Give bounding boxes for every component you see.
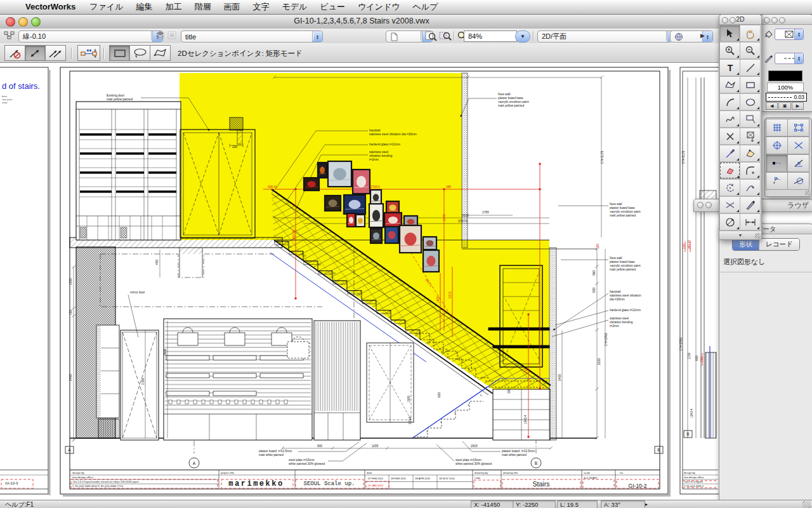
line-style-dropdown[interactable]: 線-0.10▲▼ xyxy=(18,30,163,43)
mode-marquee-lasso[interactable] xyxy=(129,45,150,61)
linear-dim-tool-icon[interactable] xyxy=(740,213,761,231)
pen-color-swatch[interactable] xyxy=(768,70,802,81)
mode-marquee-rectangle[interactable] xyxy=(109,45,130,61)
coord-field-a[interactable]: A: 33° xyxy=(601,500,645,508)
tool-palette-footer[interactable]: ▼ xyxy=(719,231,761,239)
svg-text:900: 900 xyxy=(593,288,596,293)
fillet-tool-icon[interactable] xyxy=(740,162,761,179)
menu-item-8[interactable]: ビュー xyxy=(313,2,351,11)
snap-center-icon[interactable] xyxy=(766,137,788,154)
mode-interactive-scaling[interactable] xyxy=(77,45,100,61)
svg-text:2215: 2215 xyxy=(449,291,452,298)
fit-objects-zoom-icon[interactable] xyxy=(439,30,452,41)
svg-text:New wall:: New wall: xyxy=(610,203,623,206)
fill-style-row[interactable]: ▲▼ xyxy=(764,29,804,40)
tab-record[interactable]: レコード xyxy=(759,239,799,250)
delete-tool-icon[interactable] xyxy=(719,128,740,145)
drawing-canvas[interactable]: d of stairs.basesion paintintedGI-10-3Ex… xyxy=(0,62,812,500)
fit-page-zoom-icon[interactable] xyxy=(425,30,437,41)
menu-item-2[interactable]: 編集 xyxy=(129,2,159,11)
callout-tool-icon[interactable] xyxy=(740,110,761,128)
reshape-tool-icon[interactable] xyxy=(740,145,761,162)
menu-item-1[interactable]: ファイル xyxy=(83,2,129,11)
toolbar-overflow-icon[interactable]: ▶ xyxy=(700,32,705,39)
tool-palette: 2D T ▼ xyxy=(719,14,762,240)
svg-text:A: A xyxy=(68,448,71,452)
coord-field-l[interactable]: L: 19.5 xyxy=(557,500,598,508)
tool-palette-title-bar[interactable]: 2D xyxy=(719,15,761,25)
pen-tool-icon[interactable] xyxy=(740,196,761,213)
svg-text:stainless steel vibration: stainless steel vibration xyxy=(610,294,641,297)
svg-text:1155: 1155 xyxy=(372,444,379,448)
polygon-tool-icon[interactable] xyxy=(719,76,740,93)
snap-object-icon[interactable] xyxy=(787,119,809,137)
svg-text:A: A xyxy=(193,461,196,465)
circle-dim-tool-icon[interactable] xyxy=(719,213,740,231)
coord-field-x[interactable]: X: -41450 xyxy=(471,500,516,508)
selection-tool-icon[interactable] xyxy=(719,25,740,42)
eraser-tool-icon[interactable] xyxy=(719,162,740,179)
mode-multi-select[interactable] xyxy=(45,45,66,61)
svg-text:project title: project title xyxy=(221,471,235,474)
sheet-left xyxy=(0,67,51,495)
pan-tool-icon[interactable] xyxy=(740,25,761,42)
svg-text:21: 21 xyxy=(303,254,306,257)
eyedropper-tool-icon[interactable] xyxy=(719,145,740,162)
mode-marquee-polygon[interactable] xyxy=(150,45,171,61)
zoom-in-tool-icon[interactable] xyxy=(719,42,740,59)
menu-item-5[interactable]: 画面 xyxy=(217,2,246,11)
data-palette-tabs: 形状 レコード xyxy=(719,238,812,251)
symbol-insert-tool-icon[interactable] xyxy=(740,128,761,145)
constraint-icon[interactable] xyxy=(4,30,15,41)
rotate-tool-icon[interactable] xyxy=(719,179,740,196)
attr-prev-button[interactable]: ◀ xyxy=(766,102,778,110)
attributes-palette-title-bar[interactable] xyxy=(761,15,812,25)
rectangle-tool-icon[interactable] xyxy=(740,76,761,93)
menu-item-10[interactable]: ヘルプ xyxy=(407,2,445,11)
zoom-level-dropdown[interactable]: ▼ xyxy=(515,30,530,43)
freehand-tool-icon[interactable] xyxy=(719,110,740,128)
zoom-out-tool-icon[interactable] xyxy=(740,42,761,59)
menu-item-4[interactable]: 階層 xyxy=(188,2,217,11)
window-title-bar[interactable]: GI-10-1,2,3,4,5.6,7,8 Stairs v2008.vwx xyxy=(0,14,812,29)
line-tool-icon[interactable] xyxy=(740,59,761,76)
oval-tool-icon[interactable] xyxy=(740,93,761,110)
snap-edge-icon[interactable] xyxy=(766,172,788,190)
snap-tangent-icon[interactable] xyxy=(787,172,809,190)
menu-item-9[interactable]: ウインドウ xyxy=(351,2,407,11)
attr-sync-button[interactable]: ▣ xyxy=(778,102,790,110)
fill-bucket-icon xyxy=(764,30,773,39)
snap-distance-icon[interactable] xyxy=(766,154,788,172)
svg-text:SEOUL Scale up.: SEOUL Scale up. xyxy=(303,481,355,487)
menu-item-3[interactable]: 加工 xyxy=(159,2,188,11)
resize-grip[interactable] xyxy=(802,501,811,508)
text-tool-icon[interactable]: T xyxy=(719,59,740,76)
saved-view-icon[interactable] xyxy=(167,30,178,41)
svg-text:220: 220 xyxy=(683,244,686,249)
pen-style-row[interactable]: ▲▼ xyxy=(764,53,804,64)
trim-tool-icon[interactable] xyxy=(719,196,740,213)
svg-text:drawing title: drawing title xyxy=(503,471,518,474)
attribute-arrow-buttons: ◀ ▣ ▶ xyxy=(766,102,804,110)
snap-intersection-icon[interactable] xyxy=(787,137,809,154)
snap-grid-icon[interactable] xyxy=(766,119,788,137)
opacity-field[interactable]: 100% xyxy=(767,83,804,92)
tab-shape[interactable]: 形状 xyxy=(733,239,759,250)
layers-icon[interactable] xyxy=(155,30,166,41)
menu-item-7[interactable]: モデル xyxy=(275,2,313,11)
svg-text:1150: 1150 xyxy=(688,352,691,359)
menu-item-0[interactable]: VectorWorks xyxy=(19,2,83,11)
mode-single-select[interactable] xyxy=(25,45,46,61)
render-mode-dropdown[interactable]: ▲▼ xyxy=(670,30,713,43)
class-dropdown[interactable]: title▲▼ xyxy=(181,30,323,43)
mode-disable-interactive[interactable] xyxy=(4,45,25,61)
zoom-level-field[interactable]: 84% xyxy=(464,30,517,42)
view-mode-dropdown[interactable]: 2D/平面▲▼ xyxy=(537,30,678,43)
arc-tool-icon[interactable] xyxy=(719,93,740,110)
line-weight-field[interactable]: 0.03 xyxy=(766,93,807,102)
coord-field-y[interactable]: Y: -2250 xyxy=(513,500,556,508)
attr-next-button[interactable]: ▶ xyxy=(792,102,804,110)
snap-angle-icon[interactable] xyxy=(787,154,809,172)
menu-item-6[interactable]: 文字 xyxy=(246,2,275,11)
curve-arrow-tool-icon[interactable] xyxy=(740,179,761,196)
